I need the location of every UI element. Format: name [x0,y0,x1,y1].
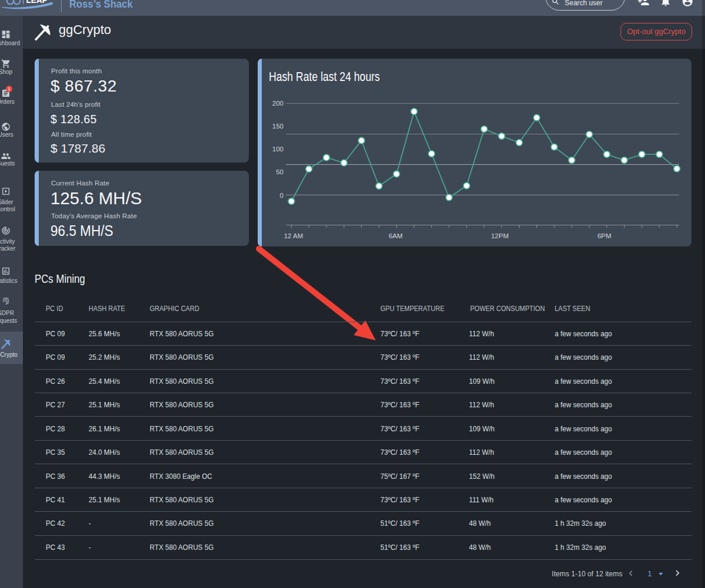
svg-text:0: 0 [280,192,284,199]
svg-text:LEAP: LEAP [26,0,48,5]
svg-text:6AM: 6AM [389,232,403,239]
svg-text:6PM: 6PM [598,232,612,239]
svg-text:50: 50 [276,168,284,175]
svg-text:200: 200 [272,100,284,107]
svg-text:100: 100 [272,146,284,153]
svg-text:150: 150 [272,123,284,130]
svg-text:12PM: 12PM [491,232,508,239]
